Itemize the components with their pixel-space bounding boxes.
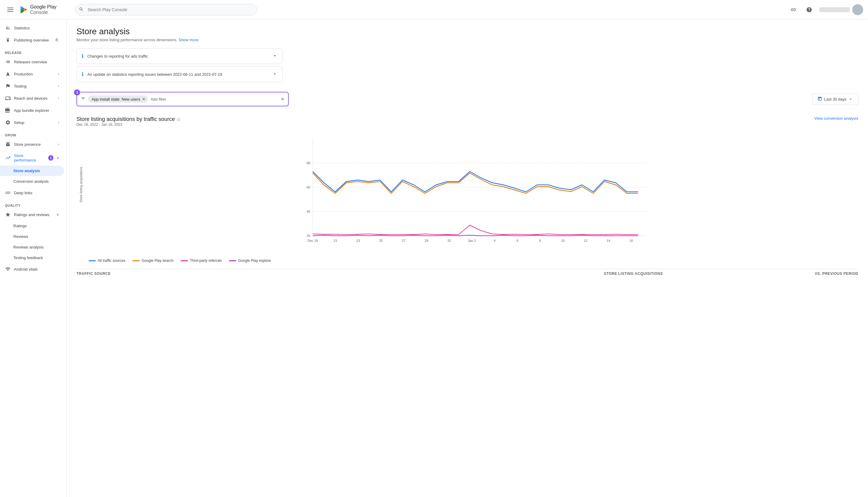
page-subtitle: Monitor your store listing performance a… bbox=[77, 38, 858, 42]
sidebar-item-android-vitals[interactable]: Android vitals bbox=[0, 263, 64, 275]
sidebar-item-publishing-overview[interactable]: Publishing overview bbox=[0, 34, 64, 46]
grow-section-label: Grow bbox=[0, 128, 66, 138]
all-traffic-legend-label: All traffic sources bbox=[98, 258, 125, 263]
chart-legend: All traffic sources Google Play search T… bbox=[88, 258, 858, 263]
add-filter-button[interactable]: Add filter bbox=[150, 97, 166, 101]
expand-notice-1-button[interactable] bbox=[272, 53, 277, 59]
sidebar-item-testing-feedback[interactable]: Testing feedback bbox=[0, 253, 64, 263]
svg-text:8: 8 bbox=[539, 239, 541, 242]
svg-text:40: 40 bbox=[307, 210, 310, 213]
y-axis-label: Store listing acquisitions bbox=[79, 193, 83, 202]
topbar-right bbox=[788, 4, 863, 15]
sidebar-item-reviews-analysis[interactable]: Reviews analysis bbox=[0, 242, 64, 253]
play-search-line bbox=[313, 173, 638, 193]
sidebar-item-label: Testing feedback bbox=[13, 255, 43, 260]
sidebar-item-store-presence[interactable]: Store presence › bbox=[0, 138, 64, 150]
sidebar-item-label: Reviews analysis bbox=[13, 245, 44, 250]
svg-text:25: 25 bbox=[379, 239, 383, 242]
badge-1: 1 bbox=[48, 155, 53, 161]
bell-icon bbox=[54, 37, 59, 43]
production-icon bbox=[5, 71, 11, 77]
table-col-vs-previous: vs. previous period bbox=[663, 271, 858, 276]
sidebar-item-label: Conversion analysis bbox=[13, 179, 49, 184]
filter-icon bbox=[81, 96, 85, 102]
svg-text:21: 21 bbox=[334, 239, 337, 242]
sidebar-item-conversion-analysis[interactable]: Conversion analysis bbox=[0, 176, 64, 187]
chart-section: Store listing acquisitions by traffic so… bbox=[77, 116, 858, 278]
play-search-legend-label: Google Play search bbox=[142, 258, 174, 263]
play-explore-legend-color bbox=[229, 260, 236, 261]
svg-text:Jan 2: Jan 2 bbox=[468, 239, 476, 242]
filter-row: 3 App install state: New users ✕ Add fil… bbox=[77, 87, 858, 111]
filter-chip-label: App install state: New users bbox=[92, 97, 140, 101]
user-area bbox=[819, 4, 863, 15]
chart-title-area: Store listing acquisitions by traffic so… bbox=[77, 116, 180, 131]
avatar[interactable] bbox=[852, 4, 863, 15]
sidebar-item-label: Releases overview bbox=[14, 60, 47, 64]
chevron-right-icon: › bbox=[58, 84, 59, 88]
svg-text:16: 16 bbox=[629, 239, 633, 242]
third-party-line bbox=[313, 225, 638, 235]
sidebar-item-reviews[interactable]: Reviews bbox=[0, 231, 64, 242]
svg-text:Dec 19: Dec 19 bbox=[307, 239, 318, 242]
sidebar-item-setup[interactable]: Setup › bbox=[0, 116, 64, 128]
view-conversion-link[interactable]: View conversion analysis bbox=[814, 116, 858, 120]
legend-all-traffic: All traffic sources bbox=[88, 258, 125, 263]
sidebar-item-ratings-reviews[interactable]: Ratings and reviews ∨ bbox=[0, 209, 64, 221]
svg-text:60: 60 bbox=[307, 185, 310, 189]
sidebar-item-label: Testing bbox=[14, 84, 26, 88]
sidebar-item-store-performance[interactable]: Store performance 1 ∨ bbox=[0, 150, 64, 166]
notice-banner-2: ℹ An update on statistics reporting issu… bbox=[77, 66, 283, 82]
chart-wrapper: Store listing acquisitions 20 40 60 80 D… bbox=[77, 133, 858, 263]
svg-text:27: 27 bbox=[402, 239, 405, 242]
sidebar-item-label: Store presence bbox=[14, 142, 41, 147]
legend-play-explore: Google Play explore bbox=[229, 258, 271, 263]
sidebar-item-production[interactable]: Production › bbox=[0, 68, 64, 80]
link-icon[interactable] bbox=[788, 4, 799, 15]
notice-banner-1: ℹ Changes to reporting for ads traffic bbox=[77, 48, 283, 64]
play-explore-line bbox=[313, 235, 638, 236]
sidebar-item-label: Ratings and reviews bbox=[14, 212, 50, 217]
bundle-icon bbox=[5, 107, 11, 113]
sidebar-item-label: Deep links bbox=[14, 190, 32, 195]
sidebar-item-testing[interactable]: Testing › bbox=[0, 80, 64, 92]
sidebar-item-deep-links[interactable]: Deep links bbox=[0, 187, 64, 199]
remove-filter-button[interactable]: ✕ bbox=[142, 97, 146, 101]
gear-icon bbox=[5, 119, 11, 126]
menu-button[interactable] bbox=[5, 5, 16, 14]
search-input[interactable] bbox=[75, 4, 257, 15]
logo: Google Play Console bbox=[19, 4, 72, 15]
chevron-down-icon: ∨ bbox=[56, 156, 59, 160]
sidebar-item-label: App bundle explorer bbox=[14, 108, 49, 113]
chevron-right-icon: › bbox=[58, 120, 59, 125]
help-icon[interactable]: ⊙ bbox=[177, 117, 180, 122]
sidebar-item-reach-devices[interactable]: Reach and devices › bbox=[0, 92, 64, 104]
table-col-traffic-source: Traffic source bbox=[77, 271, 467, 276]
sidebar-item-store-analysis[interactable]: Store analysis bbox=[0, 166, 64, 176]
sidebar-item-statistics[interactable]: Statistics bbox=[0, 22, 64, 34]
legend-third-party: Third-party referrals bbox=[181, 258, 222, 263]
svg-text:4: 4 bbox=[494, 239, 496, 242]
chart-title: Store listing acquisitions by traffic so… bbox=[77, 116, 180, 123]
sidebar-item-app-bundle[interactable]: App bundle explorer bbox=[0, 104, 64, 116]
svg-text:29: 29 bbox=[425, 239, 428, 242]
svg-text:10: 10 bbox=[561, 239, 565, 242]
testing-icon bbox=[5, 83, 11, 89]
sidebar-item-label: Reach and devices bbox=[14, 96, 47, 101]
filter-bar: 3 App install state: New users ✕ Add fil… bbox=[77, 92, 289, 106]
date-picker-button[interactable]: Last 30 days bbox=[812, 94, 858, 105]
expand-notice-2-button[interactable] bbox=[272, 71, 277, 77]
sidebar-item-label: Production bbox=[14, 72, 33, 76]
link-icon bbox=[5, 190, 11, 196]
chevron-down-icon bbox=[848, 97, 853, 101]
trending-up-icon bbox=[5, 155, 11, 161]
close-filter-bar-button[interactable]: ✕ bbox=[281, 97, 285, 101]
show-more-link[interactable]: Show more bbox=[179, 38, 199, 42]
badge-3: 3 bbox=[74, 89, 80, 96]
svg-text:20: 20 bbox=[307, 234, 310, 238]
help-icon[interactable] bbox=[804, 4, 815, 15]
chart-header: Store listing acquisitions by traffic so… bbox=[77, 116, 858, 131]
info-icon-1: ℹ bbox=[82, 53, 84, 59]
sidebar-item-releases-overview[interactable]: Releases overview bbox=[0, 56, 64, 68]
sidebar-item-ratings[interactable]: Ratings bbox=[0, 221, 64, 231]
